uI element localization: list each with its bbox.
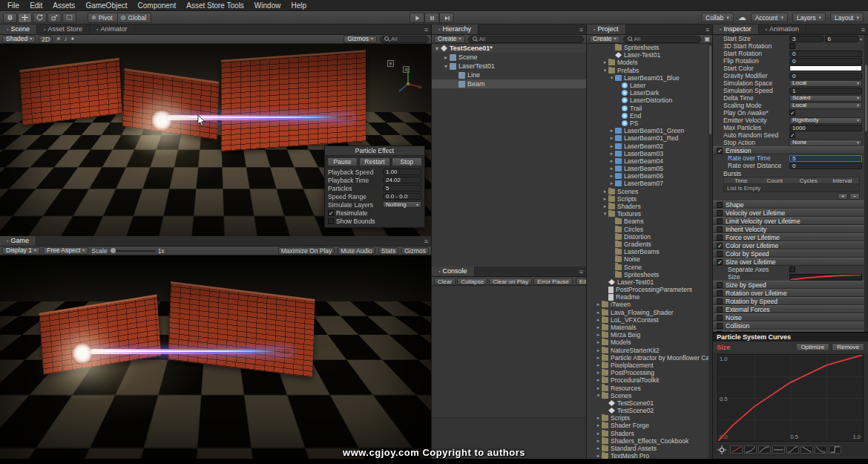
inspector-property-row[interactable]: Delta Time Scaled▾ [713,94,864,102]
project-search-input[interactable]: All [623,36,702,43]
project-item[interactable]: Spritesheets [587,271,708,278]
value-field[interactable]: 3 [789,36,823,42]
checkbox[interactable] [789,110,795,116]
value-field[interactable]: 5 [383,185,421,192]
particle-module-header[interactable]: Rotation by Speed [713,297,864,305]
expand-arrow-icon[interactable]: ▾ [433,45,441,52]
inspector-property-row[interactable]: Auto Random Seed [713,131,864,139]
remove-button[interactable]: Remove [832,343,864,351]
console-log-list[interactable] [432,286,586,418]
expand-arrow-icon[interactable]: ▸ [608,143,615,149]
2d-toggle[interactable]: 2D [39,36,53,43]
console-toolbar-button[interactable]: Error Pause [533,278,573,285]
project-item[interactable]: Distortion [587,233,708,241]
scale-slider[interactable] [111,250,155,252]
particle-effect-button[interactable]: Restart [359,157,389,166]
module-checkbox[interactable] [717,298,723,304]
console-toolbar-button[interactable]: Collapse [457,278,487,285]
module-checkbox[interactable] [717,290,723,296]
inspector-property-row[interactable]: Simulation Speed 1 [713,87,864,94]
global-button[interactable]: ◍Global [118,13,152,23]
value-field[interactable]: 1.00 [383,169,421,175]
project-item[interactable]: TestScene02 [587,407,708,414]
game-toolbar-button[interactable]: Stats [378,247,398,255]
module-checkbox[interactable] [717,210,723,216]
inspector-property-row[interactable]: Simulation Space Local▾ [713,79,864,87]
expand-arrow-icon[interactable]: ▸ [608,151,615,157]
project-item[interactable]: Laser-Test01 [587,51,708,59]
particle-module-header[interactable]: Noise [713,313,864,321]
project-item[interactable]: Beams [587,218,708,225]
collab-dropdown[interactable]: Collab▾ [701,13,734,22]
optimize-button[interactable]: Optimize [796,343,830,351]
inspector-tab[interactable]: ▪Inspector [713,24,759,34]
project-item[interactable]: ▸ LaserBeam07 [587,180,708,187]
inspector-property-row[interactable]: Max Particles 1000 [713,124,864,131]
hierarchy-item[interactable]: Line [432,71,586,79]
game-tab[interactable]: ▪Game [0,236,36,246]
particle-module-header[interactable]: Color over Lifetime [713,241,864,249]
project-item[interactable]: Gradients [587,241,708,248]
project-item[interactable]: Scene [587,263,708,270]
project-item[interactable]: ▾ Textures [587,210,708,218]
hierarchy-item[interactable]: ▾ TestScene01* [432,44,586,53]
mode-selector-icon[interactable]: ▾ [860,36,862,42]
project-item[interactable]: LaserDistortion [587,97,708,104]
scale-tool-icon[interactable] [47,13,62,23]
project-item[interactable]: ▸ Shaders [587,203,708,210]
project-item[interactable]: ▸ Shader Forge [587,422,708,429]
hand-tool-icon[interactable] [3,13,17,23]
menu-item[interactable]: Window [250,0,286,11]
project-item[interactable]: ▾ Scenes [587,392,708,399]
checkbox[interactable] [789,43,795,49]
value-field[interactable]: 24.02 [383,177,421,183]
create-dropdown[interactable]: Create▾ [589,36,620,43]
value-field[interactable]: 6 [825,36,859,42]
console-toolbar-button[interactable]: Clear [434,278,456,285]
project-item[interactable]: ▾ LaserBeam01_Blue [587,74,708,82]
expand-arrow-icon[interactable]: ▸ [602,189,608,195]
inspector-property-row[interactable]: Rate over Time 5 [713,154,864,162]
project-item[interactable]: ▸ LaserBeam03 [587,150,708,157]
inspector-property-row[interactable]: Stop Action None▾ [713,139,864,146]
module-checkbox[interactable] [717,226,723,232]
layout-dropdown[interactable]: Layout▾ [830,13,864,22]
particle-module-header[interactable]: Color by Speed [713,249,864,258]
effects-toggle-icon[interactable]: ✦ [70,36,75,42]
expand-arrow-icon[interactable]: ▸ [595,362,602,368]
project-item[interactable]: LaserBeams [587,248,708,255]
module-checkbox[interactable] [717,282,723,288]
inspector-property-row[interactable]: 3D Start Rotation [713,42,864,50]
expand-arrow-icon[interactable]: ▾ [608,75,615,81]
project-item[interactable]: ▸ Materials [587,324,708,331]
expand-arrow-icon[interactable]: ▸ [602,203,608,209]
aspect-dropdown[interactable]: Free Aspect▾ [43,247,88,255]
expand-arrow-icon[interactable]: ▸ [595,301,602,307]
burst-add-button[interactable]: + [838,193,848,200]
particle-module-header[interactable]: Shape [713,200,864,209]
project-item[interactable]: Laser-Test01 [587,278,708,286]
play-button[interactable] [410,13,424,23]
menu-item[interactable]: File [3,0,24,11]
project-item[interactable]: ▸ LaserBeam05 [587,165,708,172]
project-item[interactable]: ▸ LaserBeam06 [587,172,708,180]
scene-tab[interactable]: ▪Scene [0,24,37,34]
move-gizmo-icon[interactable] [392,65,424,97]
checkbox[interactable] [789,132,795,138]
module-checkbox[interactable] [717,243,723,249]
expand-arrow-icon[interactable]: ▸ [608,173,615,179]
inspector-property-row[interactable]: Play On Awake* [713,109,864,117]
hierarchy-item[interactable]: Beam [432,79,586,88]
module-checkbox[interactable] [717,202,723,208]
gizmos-dropdown[interactable]: Gizmos▾ [343,36,377,43]
project-item[interactable]: ▸ LoL_VFXContest [587,316,708,324]
inspector-tab[interactable]: ▪Animation [759,24,807,34]
module-checkbox[interactable] [717,148,723,154]
expand-arrow-icon[interactable]: ▸ [595,332,602,338]
project-item[interactable]: Readme [587,293,708,301]
rotate-tool-icon[interactable] [33,13,47,23]
project-item[interactable]: ▸ Mirza Beig [587,331,708,339]
project-item[interactable]: PostProcessingParameters [587,286,708,293]
size-over-lifetime-module-header[interactable]: Size over Lifetime [713,258,864,266]
step-button[interactable] [439,13,454,23]
